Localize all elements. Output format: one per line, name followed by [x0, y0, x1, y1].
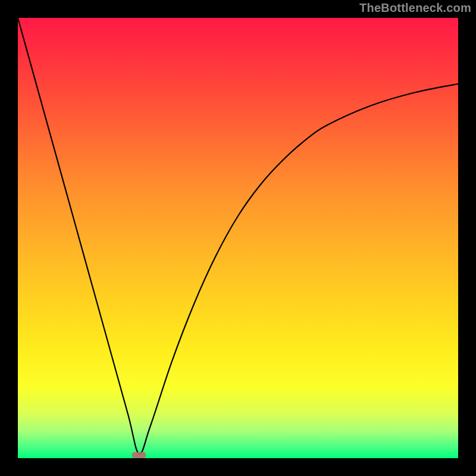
- chart-frame: TheBottleneck.com: [0, 0, 476, 476]
- curve-svg: [18, 18, 458, 458]
- watermark-text: TheBottleneck.com: [359, 1, 471, 15]
- min-marker: [132, 452, 146, 458]
- bottleneck-curve: [18, 18, 458, 454]
- plot-area: [18, 18, 458, 458]
